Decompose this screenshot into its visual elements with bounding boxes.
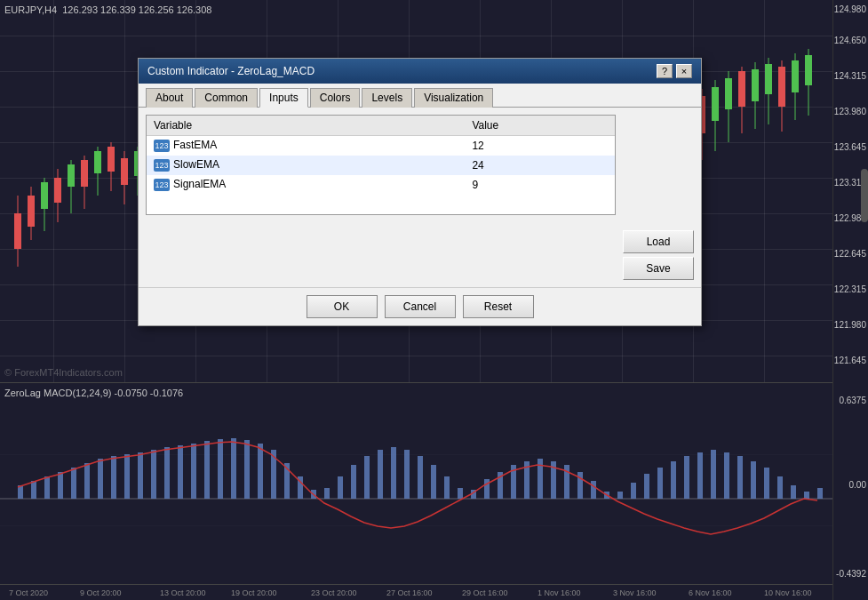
var-cell-1: 123FastEMA — [147, 136, 465, 156]
val-cell-3[interactable]: 9 — [465, 175, 615, 195]
tab-colors[interactable]: Colors — [310, 88, 361, 108]
dialog-title: Custom Indicator - ZeroLag_MACD — [147, 65, 315, 77]
dialog-content: Variable Value 123FastEMA 12 — [139, 108, 701, 287]
side-buttons: Load Save — [623, 115, 694, 280]
inputs-table-container: Variable Value 123FastEMA 12 — [146, 115, 616, 215]
var-cell-2: 123SlowEMA — [147, 156, 465, 175]
dialog-overlay: Custom Indicator - ZeroLag_MACD ? × Abou… — [0, 0, 868, 600]
val-cell-1[interactable]: 12 — [465, 136, 615, 156]
table-spacer-row — [147, 195, 615, 214]
ok-button[interactable]: OK — [307, 295, 378, 318]
tab-about[interactable]: About — [146, 88, 193, 108]
tab-visualization[interactable]: Visualization — [414, 88, 493, 108]
table-section: Variable Value 123FastEMA 12 — [146, 115, 616, 280]
var-icon-1: 123 — [154, 140, 170, 152]
dialog-controls: ? × — [657, 64, 692, 78]
table-row[interactable]: 123SignalEMA 9 — [147, 175, 615, 195]
load-button[interactable]: Load — [623, 230, 694, 253]
dialog-titlebar: Custom Indicator - ZeroLag_MACD ? × — [139, 59, 701, 84]
var-cell-3: 123SignalEMA — [147, 175, 465, 195]
tab-levels[interactable]: Levels — [362, 88, 412, 108]
var-icon-2: 123 — [154, 159, 170, 172]
dialog-layout: Variable Value 123FastEMA 12 — [146, 115, 694, 280]
dialog-tabs: About Common Inputs Colors Levels Visual… — [139, 84, 701, 108]
var-icon-3: 123 — [154, 179, 170, 191]
dialog: Custom Indicator - ZeroLag_MACD ? × Abou… — [138, 58, 702, 326]
col-variable: Variable — [147, 116, 465, 136]
cancel-button[interactable]: Cancel — [385, 295, 456, 318]
table-row[interactable]: 123FastEMA 12 — [147, 136, 615, 156]
tab-inputs[interactable]: Inputs — [259, 88, 308, 108]
table-header-row: Variable Value — [147, 116, 615, 136]
close-button[interactable]: × — [676, 64, 692, 78]
val-cell-2[interactable]: 24 — [465, 156, 615, 175]
table-spacer-cell — [147, 195, 615, 214]
help-button[interactable]: ? — [657, 64, 673, 78]
reset-button[interactable]: Reset — [463, 295, 534, 318]
tab-common[interactable]: Common — [195, 88, 258, 108]
inputs-table: Variable Value 123FastEMA 12 — [147, 116, 615, 214]
dialog-footer: OK Cancel Reset — [139, 287, 701, 325]
save-button[interactable]: Save — [623, 257, 694, 280]
table-row[interactable]: 123SlowEMA 24 — [147, 156, 615, 175]
col-value: Value — [465, 116, 615, 136]
